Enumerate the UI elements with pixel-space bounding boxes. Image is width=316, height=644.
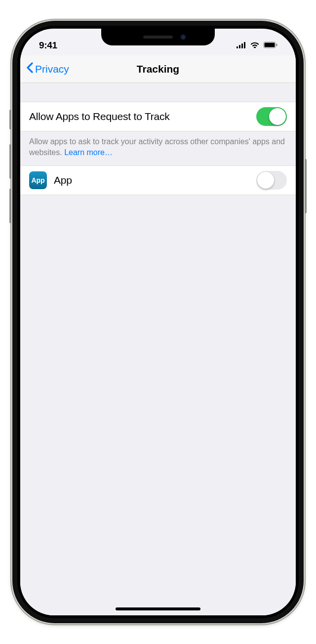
allow-tracking-footer: Allow apps to ask to track your activity… [20, 131, 296, 165]
allow-tracking-toggle[interactable] [256, 107, 287, 126]
svg-rect-3 [244, 42, 245, 48]
learn-more-link[interactable]: Learn more… [64, 148, 113, 157]
allow-tracking-label: Allow Apps to Request to Track [29, 111, 256, 122]
app-row: App App [20, 165, 296, 195]
chevron-left-icon [26, 62, 33, 76]
svg-rect-0 [237, 46, 238, 48]
svg-rect-1 [239, 45, 240, 48]
back-button[interactable]: Privacy [26, 62, 69, 76]
cellular-icon [237, 40, 246, 51]
notch [101, 29, 215, 45]
home-indicator[interactable] [116, 607, 200, 610]
app-tracking-toggle[interactable] [256, 171, 287, 190]
screen: 9:41 Pri [20, 29, 296, 615]
svg-rect-2 [241, 43, 243, 48]
power-button[interactable] [305, 159, 307, 213]
wifi-icon [250, 40, 260, 51]
svg-rect-5 [265, 43, 275, 47]
svg-rect-6 [276, 44, 277, 46]
volume-up-button[interactable] [9, 144, 11, 179]
volume-down-button[interactable] [9, 189, 11, 223]
allow-tracking-row: Allow Apps to Request to Track [20, 102, 296, 131]
page-title: Tracking [137, 63, 179, 75]
nav-bar: Privacy Tracking [20, 55, 296, 83]
content: Allow Apps to Request to Track Allow app… [20, 83, 296, 615]
mute-switch[interactable] [9, 110, 11, 129]
status-time: 9:41 [34, 40, 57, 51]
battery-icon [263, 40, 278, 51]
back-label: Privacy [35, 63, 69, 75]
phone-frame: 9:41 Pri [12, 21, 304, 623]
app-name: App [54, 174, 256, 186]
app-icon: App [29, 171, 47, 189]
